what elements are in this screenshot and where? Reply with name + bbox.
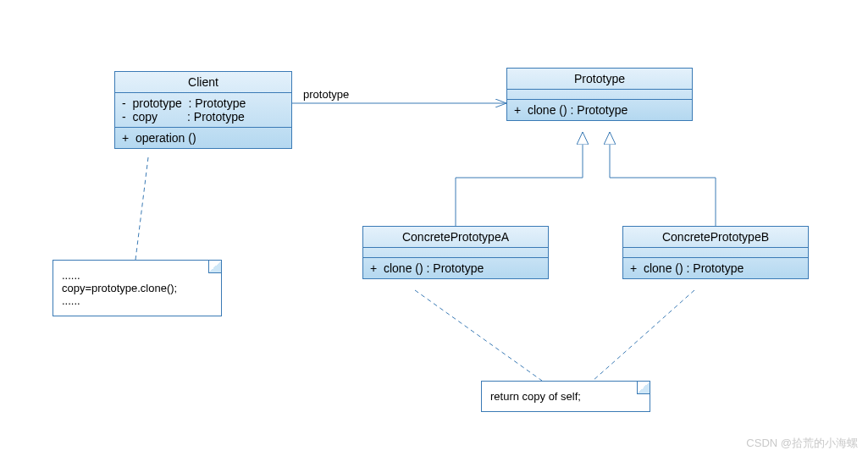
class-prototype: Prototype + clone () : Prototype	[506, 68, 693, 121]
association-label-prototype: prototype	[303, 88, 349, 101]
class-concrete-a-title: ConcretePrototypeA	[363, 227, 548, 248]
method-clone: + clone () : Prototype	[514, 103, 685, 117]
method-clone-b: + clone () : Prototype	[630, 261, 801, 275]
class-concrete-a-attributes	[363, 248, 548, 258]
class-client-methods: + operation ()	[115, 128, 291, 148]
class-client-title: Client	[115, 72, 291, 93]
class-concrete-b: ConcretePrototypeB + clone () : Prototyp…	[622, 226, 809, 279]
note-line: ......	[62, 294, 213, 307]
attr-copy: - copy : Prototype	[122, 110, 285, 124]
attr-prototype: - prototype : Prototype	[122, 96, 285, 110]
dash-client-to-note	[135, 157, 148, 260]
class-concrete-b-attributes	[623, 248, 808, 258]
class-prototype-title: Prototype	[507, 69, 692, 90]
note-return-copy: return copy of self;	[481, 381, 650, 412]
method-clone-a: + clone () : Prototype	[370, 261, 541, 275]
class-concrete-b-title: ConcretePrototypeB	[623, 227, 808, 248]
note-line: ......	[62, 269, 213, 282]
class-concrete-b-methods: + clone () : Prototype	[623, 258, 808, 278]
method-operation: + operation ()	[122, 131, 285, 145]
watermark: CSDN @拾荒的小海螺	[746, 436, 858, 451]
gen-concrete-b-to-prototype	[610, 132, 716, 226]
note-client-operation: ...... copy=prototype.clone(); ......	[53, 260, 222, 316]
dash-concrete-a-to-note	[415, 290, 542, 381]
class-client-attributes: - prototype : Prototype - copy : Prototy…	[115, 93, 291, 128]
dash-concrete-b-to-note	[593, 290, 694, 381]
class-prototype-methods: + clone () : Prototype	[507, 100, 692, 120]
note-line: return copy of self;	[490, 390, 641, 403]
class-client: Client - prototype : Prototype - copy : …	[114, 71, 292, 149]
note-line: copy=prototype.clone();	[62, 282, 213, 294]
class-prototype-attributes	[507, 90, 692, 100]
class-concrete-a: ConcretePrototypeA + clone () : Prototyp…	[362, 226, 549, 279]
gen-concrete-a-to-prototype	[456, 132, 583, 226]
class-concrete-a-methods: + clone () : Prototype	[363, 258, 548, 278]
